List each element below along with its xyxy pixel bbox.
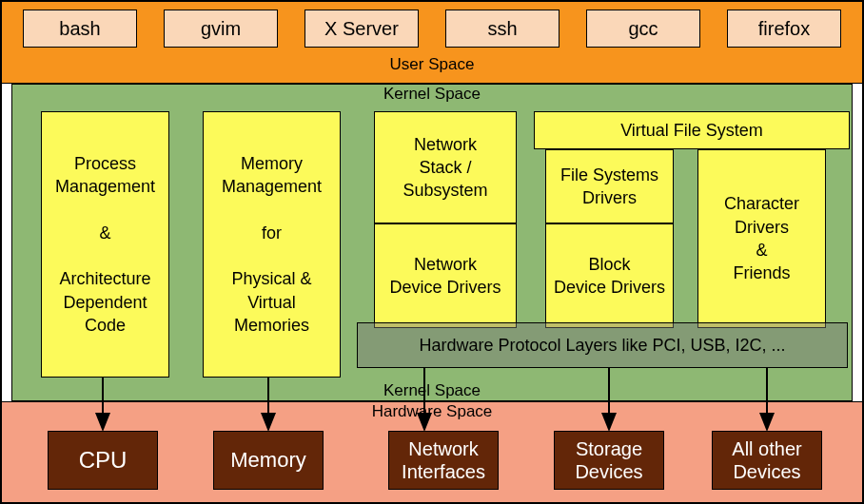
hw-text: All other Devices xyxy=(732,437,801,483)
user-space-label: User Space xyxy=(2,55,862,74)
app-gvim: gvim xyxy=(164,10,278,48)
box-text: Network Device Drivers xyxy=(389,253,501,300)
box-block-device-drivers: Block Device Drivers xyxy=(545,223,674,328)
hw-cpu: CPU xyxy=(48,431,158,490)
user-apps-row: bash gvim X Server ssh gcc firefox xyxy=(2,10,862,48)
kernel-space-region: Kernel Space Kernel Space Process Manage… xyxy=(2,84,862,401)
box-file-systems-drivers: File Systems Drivers xyxy=(545,149,674,223)
box-text: Virtual File System xyxy=(620,119,763,142)
hw-all-other-devices: All other Devices xyxy=(712,431,822,490)
app-label: gvim xyxy=(201,18,241,40)
box-network-stack: Network Stack / Subsystem xyxy=(374,111,517,223)
diagram-canvas: bash gvim X Server ssh gcc firefox User … xyxy=(0,0,864,504)
hw-storage-devices: Storage Devices xyxy=(554,431,664,490)
box-text: Block Device Drivers xyxy=(554,253,665,300)
box-memory-management: Memory Management for Physical & Virtual… xyxy=(203,111,341,378)
box-process-management: Process Management & Architecture Depend… xyxy=(41,111,169,378)
box-text: Process Management & Architecture Depend… xyxy=(55,152,155,337)
box-hardware-protocol-layers: Hardware Protocol Layers like PCI, USB, … xyxy=(357,322,848,368)
kernel-space-label-top: Kernel Space xyxy=(12,85,852,104)
hw-text: Network Interfaces xyxy=(402,437,485,483)
app-label: gcc xyxy=(628,18,658,40)
app-label: firefox xyxy=(758,18,810,40)
hw-text: CPU xyxy=(79,447,128,475)
user-space-region: bash gvim X Server ssh gcc firefox User … xyxy=(2,2,862,84)
hardware-space-label: Hardware Space xyxy=(2,402,862,421)
kernel-space-label-bottom: Kernel Space xyxy=(12,381,852,400)
box-virtual-file-system: Virtual File System xyxy=(534,111,850,149)
hw-text: Storage Devices xyxy=(575,437,642,483)
box-text: File Systems Drivers xyxy=(560,164,658,210)
app-xserver: X Server xyxy=(304,10,419,48)
app-ssh: ssh xyxy=(445,10,560,48)
app-label: ssh xyxy=(487,18,517,40)
hw-network-interfaces: Network Interfaces xyxy=(388,431,499,490)
kernel-space-inner: Kernel Space Kernel Space Process Manage… xyxy=(11,84,853,401)
box-text: Hardware Protocol Layers like PCI, USB, … xyxy=(419,336,785,356)
hardware-space-region: Hardware Space CPU Memory Network Interf… xyxy=(2,401,862,502)
app-firefox: firefox xyxy=(727,10,841,48)
box-text: Memory Management for Physical & Virtual… xyxy=(222,152,322,337)
app-bash: bash xyxy=(23,10,137,48)
app-label: bash xyxy=(59,18,100,40)
hw-memory: Memory xyxy=(213,431,324,490)
app-gcc: gcc xyxy=(586,10,700,48)
box-text: Network Stack / Subsystem xyxy=(403,133,487,203)
app-label: X Server xyxy=(324,18,399,40)
box-network-device-drivers: Network Device Drivers xyxy=(374,223,517,328)
box-text: Character Drivers & Friends xyxy=(724,192,799,284)
box-character-drivers: Character Drivers & Friends xyxy=(697,149,826,328)
hw-text: Memory xyxy=(230,448,305,473)
